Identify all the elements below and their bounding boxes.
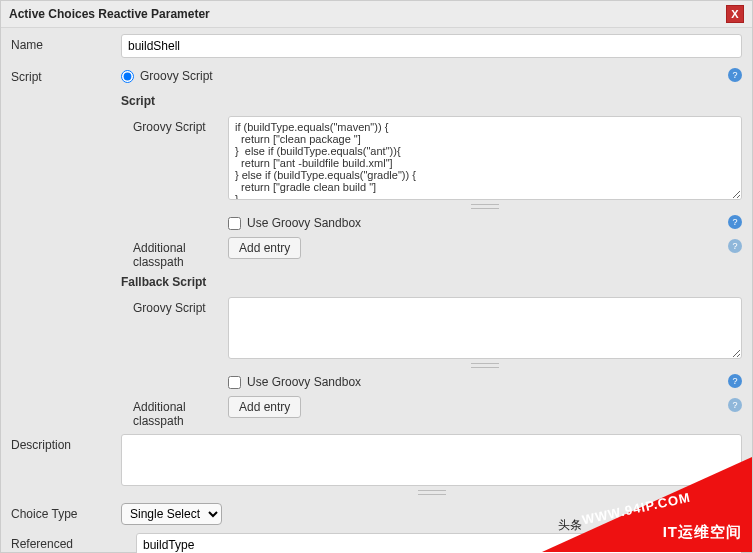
referenced-parameters-row: Referenced parameters — [11, 533, 742, 553]
parameter-panel: Active Choices Reactive Parameter X Name… — [0, 0, 753, 553]
groovy-script-radio[interactable] — [121, 70, 134, 83]
drag-handle-icon[interactable] — [471, 204, 499, 209]
close-button[interactable]: X — [726, 5, 744, 23]
referenced-parameters-label: Referenced parameters — [11, 533, 136, 553]
fallback-sandbox-label: Use Groovy Sandbox — [247, 375, 361, 389]
main-script-block: Script Groovy Script if (buildType.equal… — [11, 88, 742, 434]
help-icon[interactable]: ? — [728, 239, 742, 253]
panel-header: Active Choices Reactive Parameter X — [1, 1, 752, 28]
description-textarea[interactable] — [121, 434, 742, 486]
fallback-groovy-label: Groovy Script — [133, 297, 228, 315]
script-label: Script — [11, 66, 121, 84]
help-icon[interactable]: ? — [728, 68, 742, 82]
groovy-script-label: Groovy Script — [133, 116, 228, 134]
script-row: Script Groovy Script ? — [11, 66, 742, 86]
panel-content: Name Script Groovy Script ? Script — [1, 28, 752, 553]
name-label: Name — [11, 34, 121, 52]
help-icon[interactable]: ? — [728, 398, 742, 412]
choice-type-label: Choice Type — [11, 503, 121, 521]
drag-handle-icon[interactable] — [418, 490, 446, 495]
groovy-script-textarea[interactable]: if (buildType.equals("maven")) { return … — [228, 116, 742, 200]
add-entry-button[interactable]: Add entry — [228, 237, 301, 259]
fallback-groovy-textarea[interactable] — [228, 297, 742, 359]
fallback-sandbox-checkbox[interactable] — [228, 376, 241, 389]
groovy-script-radio-row[interactable]: Groovy Script — [121, 66, 213, 86]
fallback-sandbox-checkbox-row[interactable]: Use Groovy Sandbox — [228, 372, 724, 392]
additional-classpath-label: Additional classpath — [133, 237, 228, 269]
description-label: Description — [11, 434, 121, 452]
watermark-brand: IT运维空间 — [663, 523, 742, 542]
choice-type-select[interactable]: Single Select — [121, 503, 222, 525]
referenced-parameters-input[interactable] — [136, 533, 742, 553]
groovy-script-radio-label: Groovy Script — [140, 69, 213, 83]
fallback-add-entry-button[interactable]: Add entry — [228, 396, 301, 418]
script-section-title: Script — [121, 94, 742, 108]
help-icon[interactable]: ? — [728, 374, 742, 388]
help-icon[interactable]: ? — [728, 215, 742, 229]
sandbox-label: Use Groovy Sandbox — [247, 216, 361, 230]
fallback-classpath-label: Additional classpath — [133, 396, 228, 428]
name-input[interactable] — [121, 34, 742, 58]
sandbox-checkbox[interactable] — [228, 217, 241, 230]
sandbox-checkbox-row[interactable]: Use Groovy Sandbox — [228, 213, 724, 233]
description-row: Description — [11, 434, 742, 495]
fallback-section-title: Fallback Script — [121, 275, 742, 289]
panel-title: Active Choices Reactive Parameter — [9, 7, 210, 21]
drag-handle-icon[interactable] — [471, 363, 499, 368]
name-row: Name — [11, 34, 742, 58]
